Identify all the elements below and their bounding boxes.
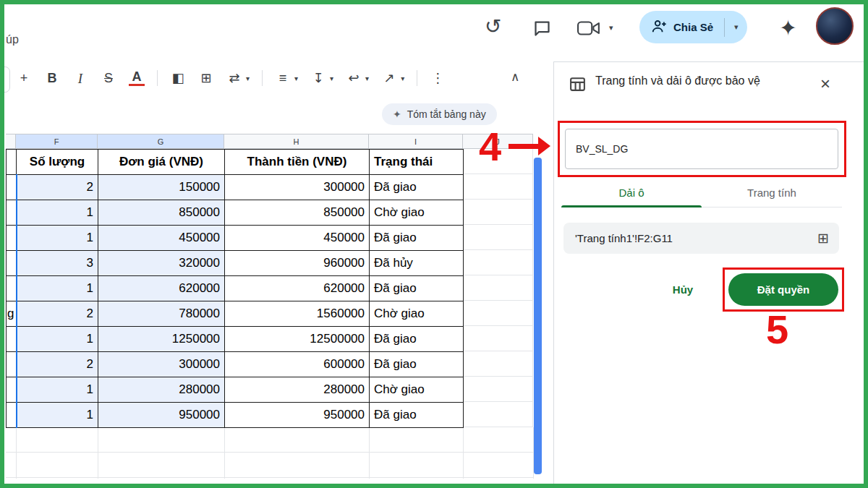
sheet-cell[interactable]: 620000 [225,276,370,301]
sheet-cell[interactable]: 950000 [98,403,225,428]
share-dropdown-icon[interactable]: ▾ [734,22,739,32]
vertical-align-icon[interactable]: ↧ [310,72,326,85]
sheet-cell[interactable]: 320000 [98,251,225,276]
sheet-cell[interactable]: 450000 [98,226,225,251]
cancel-button[interactable]: Hủy [654,273,712,305]
sheet-cell[interactable] [7,377,17,403]
text-wrap-dropdown-icon[interactable]: ▾ [365,74,369,82]
column-header-G[interactable]: G [98,134,224,149]
sheet-cell[interactable] [7,276,17,301]
sheet-cell[interactable]: 300000 [98,352,225,377]
sheet-cell[interactable]: 280000 [225,377,370,403]
fill-color-icon[interactable]: ◧ [170,72,186,85]
column-header-F[interactable]: F [16,134,98,149]
sheet-cell[interactable]: 2 [17,175,98,200]
formatting-toolbar: + B I S A ◧ ⊞ ⇄ ▾ ≡ ▾ ↧ ▾ ↩ ▾ ↗ ▾ ⋮ [16,64,446,93]
column-header-partial[interactable] [6,134,16,149]
version-history-icon[interactable]: ↺ [485,14,501,38]
toolbar-edge-control[interactable] [0,67,10,93]
sheet-cell[interactable]: Chờ giao [370,200,464,226]
sheet-cell[interactable]: 950000 [225,403,370,428]
insert-icon[interactable]: + [16,72,32,85]
text-wrap-icon[interactable]: ↩ [346,72,362,85]
sheet-cell[interactable]: 1 [17,403,98,428]
vertical-scrollbar[interactable] [534,158,542,474]
tab-sheet[interactable]: Trang tính [702,180,842,207]
strikethrough-icon[interactable]: S [101,72,116,85]
bold-icon[interactable]: B [44,72,60,85]
align-dropdown-icon[interactable]: ▾ [294,74,298,82]
sheet-cell[interactable]: Đã giao [370,276,464,301]
vertical-align-dropdown-icon[interactable]: ▾ [330,74,333,82]
gemini-sparkle-icon[interactable]: ✦ [779,15,797,40]
sheet-cell[interactable]: 1 [17,377,98,403]
italic-icon[interactable]: I [72,72,88,85]
sheet-cell[interactable]: 1 [17,200,98,226]
sheet-cell[interactable]: 1560000 [225,301,370,327]
sheet-cell[interactable] [7,352,17,377]
sheet-cell[interactable]: 850000 [98,200,225,226]
sheet-header-cell[interactable]: Số lượng [17,150,98,175]
sheet-cell[interactable]: 2 [17,352,98,377]
annotation-step-5: 5 [766,306,788,353]
sheet-cell[interactable] [7,251,17,276]
sheet-cell[interactable]: 960000 [225,251,370,276]
sheet-header-cell[interactable]: Thành tiền (VNĐ) [225,150,370,175]
sheet-cell[interactable]: Chờ giao [370,301,464,327]
sheet-cell[interactable]: 2 [17,301,98,327]
sheet-cell[interactable]: Đã giao [370,327,464,352]
sheet-cell[interactable]: 280000 [98,377,225,403]
close-icon[interactable]: × [820,75,830,93]
sheet-cell[interactable]: g [7,301,17,327]
video-camera-icon[interactable] [577,20,600,36]
sheet-cell[interactable]: 1 [17,226,98,251]
select-range-icon[interactable]: ⊞ [817,230,829,247]
column-header-H[interactable]: H [224,134,369,149]
tab-range[interactable]: Dải ô [561,180,702,207]
sheet-header-cell[interactable]: Đơn giá (VNĐ) [98,150,225,175]
sheet-cell[interactable]: 1 [17,276,98,301]
range-field[interactable]: 'Trang tính1'!F2:G11 ⊞ [563,223,839,254]
sheet-cell[interactable] [7,175,17,200]
sheet-cell[interactable]: Chờ giao [370,377,464,403]
sheet-cell[interactable]: 3 [17,251,98,276]
text-rotation-dropdown-icon[interactable]: ▾ [401,74,404,82]
sheet-cell[interactable]: 12500000 [225,327,370,352]
sheet-cell[interactable]: 300000 [225,175,370,200]
sheet-cell[interactable] [7,403,17,428]
sheet-cell[interactable]: 780000 [98,301,225,327]
avatar[interactable] [816,7,854,45]
sheet-header-cell[interactable] [7,150,17,175]
borders-icon[interactable]: ⊞ [198,72,214,85]
summarize-sheet-chip[interactable]: ✦ Tóm tắt bảng này [382,103,497,125]
sheet-cell[interactable]: Đã giao [370,226,464,251]
more-options-icon[interactable]: ⋮ [430,72,446,85]
sheet-cell[interactable] [7,200,17,226]
sheet-cell[interactable]: Đã giao [370,403,464,428]
comment-icon[interactable] [532,19,552,38]
sheet-cell[interactable]: 450000 [225,226,370,251]
share-button[interactable]: Chia Sẻ ▾ [639,11,747,43]
sheet-cell[interactable]: 850000 [225,200,370,226]
sheet-cell[interactable]: Đã giao [370,352,464,377]
sheet-cell[interactable] [7,226,17,251]
collapse-toolbar-icon[interactable]: ∧ [511,69,519,85]
sheet-cell[interactable]: 150000 [98,175,225,200]
annotation-box-name-input [558,121,846,177]
text-color-icon[interactable]: A [129,70,145,86]
merge-cells-icon[interactable]: ⇄ [226,72,242,85]
menu-partial-text[interactable]: úp [6,33,19,46]
column-header-I[interactable]: I [369,134,463,149]
horizontal-align-icon[interactable]: ≡ [275,72,291,85]
sheet-header-cell[interactable]: Trạng thái [370,150,464,175]
merge-dropdown-icon[interactable]: ▾ [246,74,250,82]
text-rotation-icon[interactable]: ↗ [381,72,397,85]
sheet-cell[interactable]: 1 [17,327,98,352]
camera-dropdown-icon[interactable]: ▾ [609,23,613,33]
sheet-cell[interactable]: 600000 [225,352,370,377]
sheet-cell[interactable]: Đã hủy [370,251,464,276]
sheet-cell[interactable]: Đã giao [370,175,464,200]
sheet-cell[interactable]: 1250000 [98,327,225,352]
sheet-cell[interactable] [7,327,17,352]
sheet-cell[interactable]: 620000 [98,276,225,301]
